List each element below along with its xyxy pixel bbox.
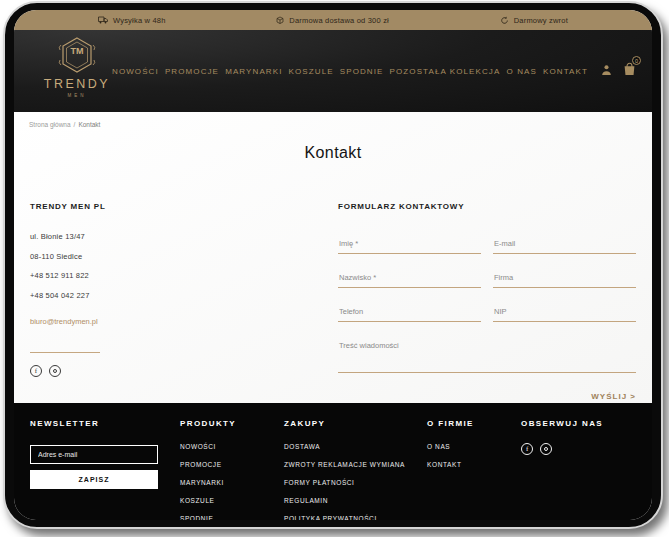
logo-name: TRENDY [40,77,114,91]
form-field [338,300,481,322]
cart-count-badge: 0 [632,56,641,65]
nav-item-spodnie[interactable]: SPODNIE [340,67,384,76]
nav-item-kontakt[interactable]: KONTAKT [543,67,588,76]
footer-newsletter: NEWSLETTER ZAPISZ [30,419,158,520]
logo-monogram: TM [57,46,97,56]
nav-item-pozostala-kolekcja[interactable]: POZOSTAŁA KOLEKCJA [390,67,501,76]
footer-column-heading: O FIRMIE [427,419,499,428]
footer-column-heading: ZAKUPY [284,419,405,428]
account-icon[interactable] [601,62,612,80]
site-header: TM TRENDY MEN NOWOŚCI PROMOCJE MARYNARKI… [14,30,652,112]
footer-link-promocje[interactable]: PROMOCJE [180,461,262,468]
logo-subtitle: MEN [40,93,114,98]
contact-social-row: f [30,365,330,377]
contact-form: WYŚLIJ > [338,232,636,403]
form-field [493,300,636,322]
footer-link-nowosci[interactable]: NOWOŚCI [180,443,262,450]
main-nav: NOWOŚCI PROMOCJE MARYNARKI KOSZULE SPODN… [112,30,588,112]
content-columns: TRENDY MEN PL ul. Błonie 13/47 08-110 Si… [14,162,652,403]
newsletter-subscribe-button[interactable]: ZAPISZ [30,470,158,489]
info-topbar: Wysyłka w 48h Darmowa dostawa od 300 zł … [14,10,652,30]
facebook-glyph: f [526,446,528,453]
phone-input[interactable] [338,303,481,322]
form-field [338,266,481,288]
nip-input[interactable] [493,303,636,322]
breadcrumb-separator: / [74,121,76,128]
form-field [493,232,636,254]
footer-link-polityka[interactable]: POLITYKA PRYWATNOŚCI [284,515,405,520]
footer-link-o-nas[interactable]: O NAS [427,443,499,450]
follow-heading: OBSERWUJ NAS [521,419,636,428]
facebook-icon[interactable]: f [521,443,533,455]
logo[interactable]: TM TRENDY MEN [40,35,114,98]
topbar-free-delivery: Darmowa dostawa od 300 zł [276,16,389,25]
page-title: Kontakt [14,112,652,162]
footer-link-platnosci[interactable]: FORMY PŁATNOŚCI [284,479,405,486]
tablet-frame: Wysyłka w 48h Darmowa dostawa od 300 zł … [3,1,663,529]
first-name-input[interactable] [338,235,481,254]
contact-email-link[interactable]: biuro@trendymen.pl [30,317,98,326]
nav-item-o-nas[interactable]: O NAS [507,67,537,76]
breadcrumb-home[interactable]: Strona główna [29,121,71,128]
form-heading: FORMULARZ KONTAKTOWY [338,202,636,211]
nav-item-koszule[interactable]: KOSZULE [289,67,334,76]
form-field-message [338,337,636,377]
nav-item-promocje[interactable]: PROMOCJE [165,67,219,76]
facebook-glyph: f [35,368,37,375]
form-grid [338,232,636,331]
header-icons: 0 [601,62,636,80]
contact-info-column: TRENDY MEN PL ul. Błonie 13/47 08-110 Si… [30,202,330,403]
main-content: Strona główna/Kontakt Kontakt TRENDY MEN… [14,112,652,403]
company-input[interactable] [493,269,636,288]
footer-link-marynarki[interactable]: MARYNARKI [180,479,262,486]
footer-social-row: f [521,443,636,455]
instagram-icon[interactable] [49,365,61,377]
nav-item-marynarki[interactable]: MARYNARKI [225,67,282,76]
footer-column-heading: PRODUKTY [180,419,262,428]
topbar-free-return-label: Darmowy zwrot [514,16,568,25]
contact-divider [30,352,100,353]
footer-link-koszule[interactable]: KOSZULE [180,497,262,504]
site-footer: NEWSLETTER ZAPISZ PRODUKTY NOWOŚCI PROMO… [14,403,652,520]
footer-column-zakupy: ZAKUPY DOSTAWA ZWROTY REKLAMACJE WYMIANA… [284,419,405,520]
footer-link-regulamin[interactable]: REGULAMIN [284,497,405,504]
message-textarea[interactable] [338,337,636,373]
cart-icon[interactable]: 0 [623,62,636,80]
facebook-icon[interactable]: f [30,365,42,377]
contact-company-name: TRENDY MEN PL [30,202,330,211]
breadcrumb-current: Kontakt [78,121,100,128]
send-button[interactable]: WYŚLIJ > [591,392,636,401]
browser-viewport: Wysyłka w 48h Darmowa dostawa od 300 zł … [14,10,652,520]
form-actions: WYŚLIJ > [338,385,636,403]
footer-column-produkty: PRODUKTY NOWOŚCI PROMOCJE MARYNARKI KOSZ… [180,419,262,520]
instagram-icon[interactable] [540,443,552,455]
contact-address-city: 08-110 Siedlce [30,252,330,261]
logo-crest-icon: TM [57,35,97,75]
footer-link-spodnie[interactable]: SPODNIE [180,515,262,520]
newsletter-heading: NEWSLETTER [30,419,158,428]
contact-form-column: FORMULARZ KONTAKTOWY [330,202,636,403]
breadcrumb: Strona główna/Kontakt [29,121,100,128]
topbar-free-delivery-label: Darmowa dostawa od 300 zł [289,16,389,25]
topbar-shipping: Wysyłka w 48h [98,16,166,25]
truck-icon [98,16,108,24]
newsletter-email-input[interactable] [30,445,158,464]
footer-follow: OBSERWUJ NAS f [521,419,636,520]
last-name-input[interactable] [338,269,481,288]
contact-phone-1: +48 512 911 822 [30,271,330,280]
contact-address-street: ul. Błonie 13/47 [30,232,330,241]
return-icon [500,16,509,25]
topbar-shipping-label: Wysyłka w 48h [113,16,166,25]
footer-link-zwroty[interactable]: ZWROTY REKLAMACJE WYMIANA [284,461,405,468]
form-field [493,266,636,288]
topbar-free-return: Darmowy zwrot [500,16,568,25]
screenshot-stage: Wysyłka w 48h Darmowa dostawa od 300 zł … [0,0,669,537]
footer-column-o-firmie: O FIRMIE O NAS KONTAKT [427,419,499,520]
footer-link-dostawa[interactable]: DOSTAWA [284,443,405,450]
box-icon [276,16,284,24]
nav-item-nowosci[interactable]: NOWOŚCI [112,67,159,76]
email-input[interactable] [493,235,636,254]
footer-link-kontakt[interactable]: KONTAKT [427,461,499,468]
contact-phone-2: +48 504 042 227 [30,291,330,300]
form-field [338,232,481,254]
